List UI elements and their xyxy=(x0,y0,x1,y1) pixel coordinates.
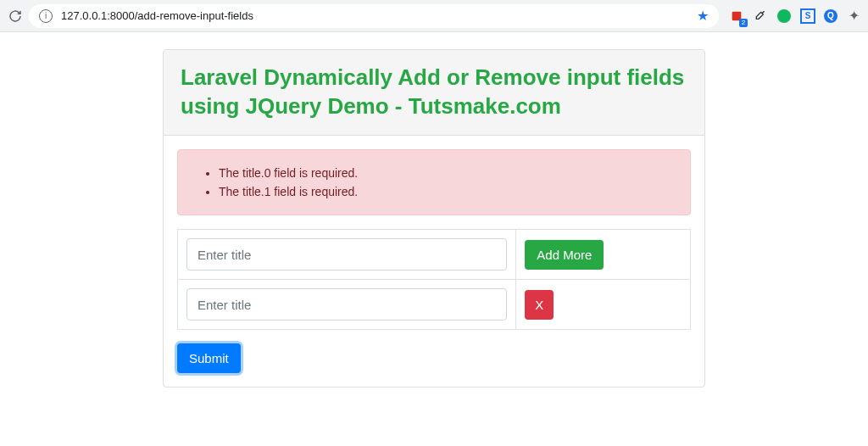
action-cell: Add More xyxy=(516,230,691,280)
error-item: The title.0 field is required. xyxy=(219,164,673,182)
input-fields-table: Add More X xyxy=(177,229,691,330)
error-list: The title.0 field is required. The title… xyxy=(195,164,673,202)
extension-icon-1[interactable]: 2 xyxy=(729,8,744,24)
title-input[interactable] xyxy=(186,288,507,321)
extension-q-icon[interactable]: Q xyxy=(824,9,837,23)
page-content: Laravel Dynamically Add or Remove input … xyxy=(0,32,868,404)
action-cell: X xyxy=(516,280,691,330)
address-bar[interactable]: i 127.0.0.1:8000/add-remove-input-fields… xyxy=(29,4,719,28)
grammarly-icon[interactable] xyxy=(776,8,792,24)
main-panel: Laravel Dynamically Add or Remove input … xyxy=(163,49,705,387)
eyedropper-icon[interactable] xyxy=(753,8,768,24)
remove-row-button[interactable]: X xyxy=(525,290,554,320)
extension-s-icon[interactable]: S xyxy=(800,8,815,24)
url-text: 127.0.0.1:8000/add-remove-input-fields xyxy=(61,9,253,22)
panel-header: Laravel Dynamically Add or Remove input … xyxy=(164,50,704,136)
table-row: X xyxy=(178,280,691,330)
error-item: The title.1 field is required. xyxy=(219,182,673,201)
reload-icon[interactable] xyxy=(7,8,24,25)
title-input[interactable] xyxy=(186,238,507,270)
input-cell xyxy=(178,230,516,280)
extension-badge: 2 xyxy=(739,19,748,27)
add-more-button[interactable]: Add More xyxy=(525,240,604,270)
submit-button[interactable]: Submit xyxy=(177,343,241,373)
extensions-puzzle-icon[interactable]: ✦ xyxy=(846,8,861,24)
page-title: Laravel Dynamically Add or Remove input … xyxy=(181,64,687,121)
panel-body: The title.0 field is required. The title… xyxy=(164,136,704,387)
bookmark-star-icon[interactable]: ★ xyxy=(697,8,709,24)
table-row: Add More xyxy=(178,230,691,280)
validation-alert: The title.0 field is required. The title… xyxy=(177,149,691,216)
site-info-icon[interactable]: i xyxy=(39,9,53,23)
extension-icons: 2 S Q ✦ xyxy=(729,8,861,24)
input-cell xyxy=(178,280,516,330)
browser-chrome-bar: i 127.0.0.1:8000/add-remove-input-fields… xyxy=(0,0,868,32)
